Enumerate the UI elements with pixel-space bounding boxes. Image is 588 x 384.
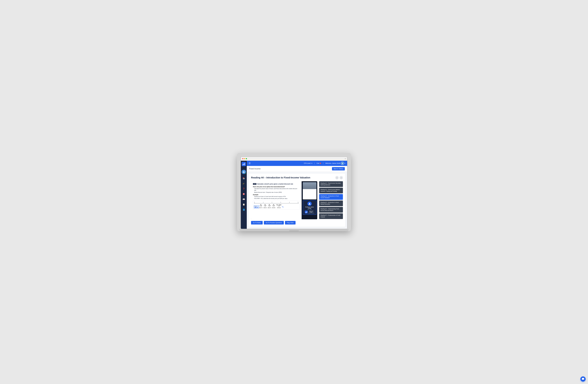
sidebar-item-target[interactable]: 🎯 <box>242 193 245 196</box>
cart-button[interactable]: Cart 1 <box>316 162 321 164</box>
svg-rect-1 <box>244 163 244 165</box>
chat-bubble[interactable] <box>580 376 586 382</box>
timeline-2: 2 <box>272 202 272 203</box>
user-menu[interactable]: Welcome, James Smith ▾ <box>325 162 345 165</box>
topnav-avatar <box>341 162 344 165</box>
cf-5: $5 + $100 1.06⁵ $78.46 <box>276 204 281 209</box>
analyst-url: AnalystPrep.com <box>308 213 315 214</box>
webcam-panel: Professor James Forjan PhD, CFA <box>302 181 317 219</box>
sidebar-item-clipboard[interactable]: 📋 <box>242 203 245 206</box>
reading-item-r47[interactable]: Reading 47 – Fundamentals of Credit Anal… <box>319 213 343 219</box>
maximize-dot[interactable] <box>246 158 247 159</box>
presenter-icon <box>307 202 312 206</box>
next-reading-button[interactable]: › <box>339 176 343 179</box>
price-box: Price $95.79 <box>254 205 259 208</box>
svg-point-3 <box>243 171 244 172</box>
cf-2: $5 1.06² $4.45 <box>264 204 267 209</box>
go-to-practice-button[interactable]: Go To Practice Questions <box>264 221 284 225</box>
slide-heading: Calculate a bond's price given a market … <box>257 183 293 185</box>
back-to-videos-button[interactable]: Back to Videos <box>332 167 345 170</box>
user-avatar-container[interactable] <box>242 170 246 174</box>
svg-point-4 <box>342 163 343 163</box>
reading-item-r42[interactable]: Reading 42 – Fixed-Income Securities: De… <box>319 181 343 187</box>
laptop-base <box>239 229 349 231</box>
topnav: ☰ CFA Level I ▾ | Cart 1 | Welcome, Jame… <box>247 161 347 166</box>
reading-item-r45[interactable]: Reading 45 – Introduction to Asset-Backe… <box>319 201 343 206</box>
sidebar-item-books[interactable]: 📚 <box>242 177 245 180</box>
timeline-5: 5 <box>298 202 298 203</box>
nav-arrows: ‹ › <box>335 176 343 179</box>
title-bar: ≡ <box>241 157 347 161</box>
reading-list: Reading 42 – Fixed-Income Securities: De… <box>319 181 343 225</box>
nav-divider-1: | <box>314 162 315 164</box>
slide-content: LOS Calculate a bond's price given a mar… <box>251 181 302 219</box>
reading-item-r43[interactable]: Reading 43 – Fixed-Income Markets: Issua… <box>319 188 343 193</box>
sidebar-item-notebook[interactable]: 📘 <box>242 208 245 211</box>
cf-3: $5 1.06³ $4.20 <box>268 204 271 209</box>
window-controls <box>242 158 247 159</box>
page-header: Fixed Income Back to Videos <box>247 166 347 172</box>
slide-example-label: Example <box>253 194 300 195</box>
minimize-dot[interactable] <box>244 158 245 159</box>
slide-container: LOS Calculate a bond's price given a mar… <box>251 181 317 219</box>
presenter-name: Professor James Forjan <box>304 206 315 209</box>
analyst-logo-icon <box>305 211 308 213</box>
sidebar: 📚 🎓 ❓ 🎯 📖 📋 📘 <box>241 161 247 229</box>
svg-rect-7 <box>306 212 306 213</box>
flag-video-button[interactable]: Flag Video <box>285 221 295 225</box>
video-row: LOS Calculate a bond's price given a mar… <box>251 181 343 225</box>
content-card: Reading 44 – Introduction to Fixed-Incom… <box>249 174 345 227</box>
slide-example-bullet-1: Suppose we have a 5-year bond with annua… <box>254 196 300 197</box>
hamburger-menu[interactable]: ☰ <box>249 162 251 165</box>
svg-rect-6 <box>305 212 306 213</box>
slide-subheading: How's the price of an option-free bond d… <box>253 186 300 187</box>
reading-title: Reading 44 – Introduction to Fixed-Incom… <box>251 176 310 179</box>
app-logo[interactable] <box>242 162 246 166</box>
prev-reading-button[interactable]: ‹ <box>335 176 339 179</box>
sidebar-item-question[interactable]: ❓ <box>242 187 245 190</box>
nav-divider-2: | <box>323 162 323 164</box>
reading-title-row: Reading 44 – Introduction to Fixed-Incom… <box>251 176 343 179</box>
analyst-logo-text: ANALYST—PREP— <box>308 211 315 213</box>
course-selector[interactable]: CFA Level I ▾ <box>304 162 312 164</box>
svg-rect-2 <box>245 163 245 165</box>
presenter-title: PhD, CFA <box>304 209 315 210</box>
page-title: Fixed Income <box>249 168 261 170</box>
timeline-4: 4 <box>289 202 290 203</box>
slide-bullet-2: Market discount rate = Required rate of … <box>254 192 300 193</box>
reading-item-r46[interactable]: Reading 46 – Understanding Fixed-Income … <box>319 207 343 213</box>
video-main: LOS Calculate a bond's price given a mar… <box>251 181 317 225</box>
action-bar: Go To Notes Go To Practice Questions Fla… <box>251 221 317 225</box>
svg-rect-0 <box>243 164 243 165</box>
webcam-feed <box>303 182 316 200</box>
close-dot[interactable] <box>242 158 243 159</box>
content-area: Reading 44 – Introduction to Fixed-Incom… <box>247 172 347 229</box>
slide-bullet-1: Calculate the present value of future ca… <box>254 188 300 191</box>
webcam-video <box>303 182 316 200</box>
slide-los-row: LOS Calculate a bond's price given a mar… <box>253 183 300 185</box>
sidebar-item-graduation[interactable]: 🎓 <box>242 182 245 185</box>
svg-rect-8 <box>307 211 307 213</box>
timeline-0: 0 <box>254 202 255 203</box>
slide-example-bullet-2: If the RRR = 6%, determine the bonds pri… <box>254 198 300 200</box>
svg-point-5 <box>309 203 310 204</box>
los-badge: LOS <box>253 183 256 185</box>
online-indicator <box>245 173 246 174</box>
presenter-card: Professor James Forjan PhD, CFA <box>303 200 316 215</box>
go-to-notes-button[interactable]: Go To Notes <box>251 221 263 225</box>
cf-1: $5 1.06¹ $4.72 <box>260 204 262 209</box>
timeline-3: 3 <box>280 202 281 203</box>
analyst-prep-logo: ANALYST—PREP— AnalystPrep.com <box>304 211 315 214</box>
timeline-1: 1 <box>263 202 264 203</box>
sidebar-item-book[interactable]: 📖 <box>242 198 245 201</box>
cf-4: $5 1.06⁴ $3.96 <box>272 204 275 209</box>
reading-item-r44[interactable]: Reading 44 – Introduction to Fixed-Incom… <box>319 194 343 200</box>
title-bar-menu-icon: ≡ <box>345 158 346 160</box>
main-content: ☰ CFA Level I ▾ | Cart 1 | Welcome, Jame… <box>247 161 347 229</box>
